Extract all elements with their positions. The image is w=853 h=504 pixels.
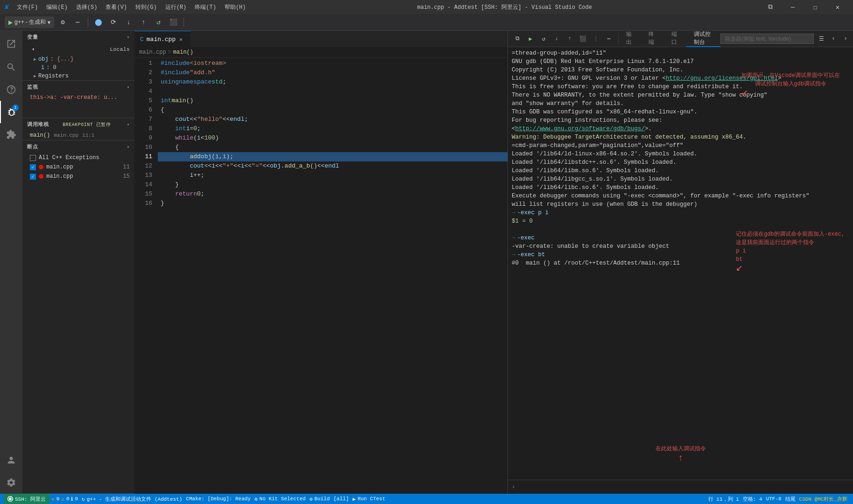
step-into-icon[interactable]: ↓ (122, 16, 135, 29)
bp-checkbox-main15[interactable]: ✓ (30, 174, 36, 180)
menu-select[interactable]: 选择(S) (72, 1, 101, 13)
play-icon: ▶ (8, 19, 13, 26)
line-num-12: 12 (134, 161, 152, 171)
right-panel: ⧉ ▶ ↺ ↓ ↑ ⬛ | ⋯ 输出 终端 端口 调试控制台 ☰ ‹ › (508, 31, 853, 494)
sidebar: 变量 ▾ ▾ Locals ▶ obj : {...} i : 0 ▶ Regi… (22, 31, 134, 494)
kit-status[interactable]: ⚙ No Kit Selected (253, 494, 308, 504)
panel-layout-icon[interactable]: ⧉ (512, 33, 523, 44)
restart-icon[interactable]: ↺ (152, 16, 165, 29)
more-actions-icon[interactable]: ⋯ (71, 16, 84, 29)
all-status[interactable]: [all] (331, 494, 351, 504)
callstack-item[interactable]: main() main.cpp 11:1 (22, 131, 134, 140)
registers-item[interactable]: ▶ Registers (22, 72, 134, 80)
cmake-status[interactable]: CMake: [Debug]: Ready (184, 494, 253, 504)
bp-checkbox-main11[interactable]: ✓ (30, 164, 36, 170)
grid-icon[interactable]: ⧉ (760, 0, 781, 14)
activity-explorer[interactable] (0, 33, 22, 55)
panel-more-icon[interactable]: ⋯ (603, 33, 614, 44)
panel-separator-icon: | (590, 33, 601, 44)
panel-play-icon[interactable]: ▶ (525, 33, 536, 44)
task-status[interactable]: ↻ g++ - 生成和调试活动文件 (Addtest) (80, 494, 184, 504)
panel-list-icon[interactable]: ☰ (816, 33, 827, 44)
locals-header[interactable]: ▾ Locals (22, 43, 134, 55)
spaces-status[interactable]: 空格: 4 (741, 494, 764, 504)
code-content[interactable]: #include<iostream> #include "add.h" usin… (158, 58, 508, 494)
bp-main-15[interactable]: ✓ main.cpp 15 (22, 172, 134, 181)
maximize-button[interactable]: ☐ (804, 0, 826, 14)
filter-input[interactable] (720, 34, 814, 44)
build-status[interactable]: ⚙ Build (308, 494, 332, 504)
output-line-19: will list registers in use (when GDB is … (512, 200, 849, 209)
exec-cmd-3: -exec bt (517, 251, 545, 259)
activity-settings[interactable] (0, 471, 22, 494)
line-num-3: 3 (134, 77, 152, 87)
menu-view[interactable]: 查看(V) (102, 1, 131, 13)
minimize-button[interactable]: — (782, 0, 804, 14)
ssh-status[interactable]: SSH: 阿里云 (4, 494, 49, 504)
tab-maincpp[interactable]: C main.cpp ✕ (134, 31, 190, 47)
activity-debug[interactable]: 1 (0, 101, 22, 123)
output-line-5: This is free software: you are free to c… (512, 83, 849, 91)
panel-filter (720, 34, 814, 44)
tab-terminal[interactable]: 终端 (641, 31, 663, 47)
eol-label: 结尾 (785, 496, 796, 503)
errors-status[interactable]: ✕ 0 ⚠ 0 ℹ 0 (49, 494, 80, 504)
toolbar-separator (88, 18, 88, 27)
line-col-status[interactable]: 行 11，列 1 (706, 494, 741, 504)
menu-edit[interactable]: 编辑(E) (42, 1, 71, 13)
output-line-25: → -exec bt (512, 251, 849, 259)
tab-close-button[interactable]: ✕ (178, 35, 183, 43)
panel-stop-icon[interactable]: ⬛ (577, 33, 588, 44)
menu-help[interactable]: 帮助(H) (221, 1, 250, 13)
menu-file[interactable]: 文件(F) (13, 1, 42, 13)
code-line-14: } (158, 180, 508, 189)
run-debug-button[interactable]: ▶ g++ - 生成和 ▾ (5, 16, 54, 28)
i-variable[interactable]: i : 0 (22, 63, 134, 72)
stop-icon[interactable]: ⬛ (167, 16, 180, 29)
bp-all-exceptions[interactable]: All C++ Exceptions (22, 153, 134, 162)
panel-restart-icon[interactable]: ↺ (538, 33, 549, 44)
bp-checkbox-exceptions[interactable] (30, 155, 36, 161)
close-button[interactable]: ✕ (827, 0, 848, 14)
bp-main-11[interactable]: ✓ main.cpp 11 (22, 162, 134, 172)
watch-section: 监视 ▾ this->a: -var-create: u... (22, 81, 134, 118)
code-line-2: #include "add.h" (158, 68, 508, 77)
tab-ports[interactable]: 端口 (664, 31, 686, 47)
step-out-icon[interactable]: ↑ (137, 16, 150, 29)
code-line-13: i++; (158, 171, 508, 180)
tab-debug-console[interactable]: 调试控制台 (686, 31, 720, 47)
debug-input-field[interactable] (518, 484, 849, 490)
run-label: g++ - 生成和 (14, 18, 46, 26)
activity-source-control[interactable] (0, 78, 22, 101)
variables-header[interactable]: 变量 ▾ (22, 31, 134, 43)
bp-file-main15: main.cpp (46, 173, 73, 180)
panel-step-up-icon[interactable]: ↑ (564, 33, 575, 44)
menu-terminal[interactable]: 终端(T) (191, 1, 220, 13)
obj-variable[interactable]: ▶ obj : {...} (22, 55, 134, 63)
tab-output[interactable]: 输出 (619, 31, 641, 47)
panel-next-icon[interactable]: › (840, 33, 851, 44)
output-line-12: =cmd-param-changed,param="pagination",va… (512, 141, 849, 150)
continue-icon[interactable]: ⬤ (92, 16, 105, 29)
breakpoints-header[interactable]: 断点 ▾ (22, 140, 134, 153)
step-over-icon[interactable]: ⟳ (107, 16, 120, 29)
activity-account[interactable] (0, 449, 22, 471)
watch-header[interactable]: 监视 ▾ (22, 81, 134, 93)
variables-section: 变量 ▾ ▾ Locals ▶ obj : {...} i : 0 ▶ Regi… (22, 31, 134, 81)
panel-step-icon[interactable]: ↓ (551, 33, 562, 44)
encoding-status[interactable]: UTF-8 (764, 494, 783, 504)
output-line-10: <http://www.gnu.org/software/gdb/bugs/>. (512, 125, 849, 133)
warning-icon: ⚠ (61, 496, 64, 502)
settings-icon[interactable]: ⚙ (56, 16, 69, 29)
menu-run[interactable]: 运行(R) (162, 1, 190, 13)
run-ctest[interactable]: ▶ Run CTest (351, 494, 387, 504)
callstack-header[interactable]: 调用堆栈 BREAKPOINT 已暂停 ▾ (22, 118, 134, 131)
activity-search[interactable] (0, 56, 22, 78)
activity-extensions[interactable] (0, 123, 22, 146)
panel-prev-icon[interactable]: ‹ (828, 33, 839, 44)
output-line-14: Loaded '/lib64/libstdc++.so.6'. Symbols … (512, 158, 849, 167)
debug-output[interactable]: =thread-group-added,id="i1" GNU gdb (GDB… (508, 47, 853, 480)
kit-label: No Kit Selected (260, 496, 306, 502)
eol-status[interactable]: 结尾 (783, 494, 797, 504)
menu-goto[interactable]: 转到(G) (132, 1, 161, 13)
